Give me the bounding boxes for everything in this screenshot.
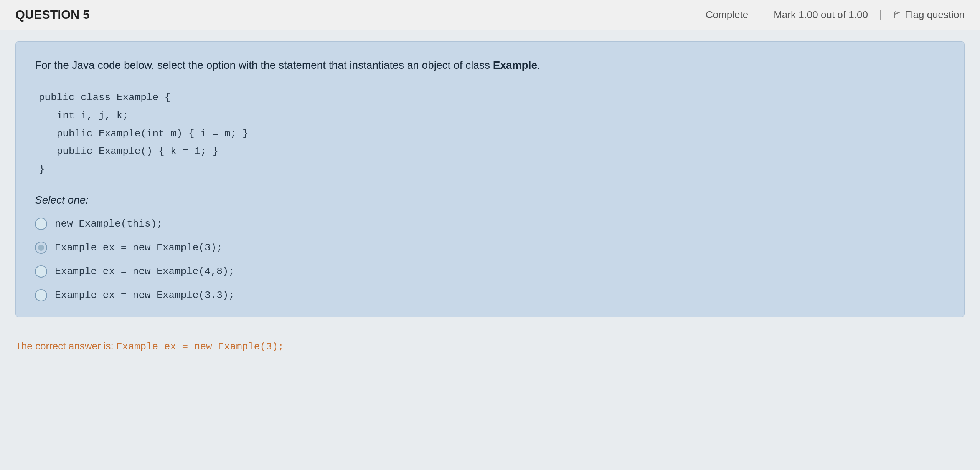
status-complete: Complete [706,9,748,21]
question-body: For the Java code below, select the opti… [15,41,965,317]
option-item-4[interactable]: Example ex = new Example(3.3); [35,289,945,301]
correct-answer-section: The correct answer is: Example ex = new … [15,336,965,356]
option-item-1[interactable]: new Example(this); [35,218,945,230]
question-text-bold: Example [493,59,537,71]
code-line-2: int i, j, k; [39,107,941,125]
radio-option-1[interactable] [35,218,47,230]
flag-label: Flag question [905,9,965,21]
code-block: public class Example { int i, j, k; publ… [35,89,945,179]
code-line-5: } [39,161,941,179]
options-list: new Example(this); Example ex = new Exam… [35,218,945,301]
option-item-2[interactable]: Example ex = new Example(3); [35,242,945,254]
question-text: For the Java code below, select the opti… [35,57,945,73]
code-line-1: public class Example { [39,89,941,107]
page-container: QUESTION 5 Complete Mark 1.00 out of 1.0… [0,0,980,470]
option-text-3: Example ex = new Example(4,8); [55,266,234,277]
divider [761,10,761,20]
question-header: QUESTION 5 Complete Mark 1.00 out of 1.0… [0,0,980,30]
question-text-before: For the Java code below, select the opti… [35,59,493,71]
option-item-3[interactable]: Example ex = new Example(4,8); [35,265,945,278]
radio-option-2[interactable] [35,242,47,254]
code-line-4: public Example() { k = 1; } [39,142,941,161]
option-text-4: Example ex = new Example(3.3); [55,290,234,301]
flag-icon [893,11,902,19]
select-label: Select one: [35,194,945,206]
radio-inner-2 [38,245,44,251]
option-text-2: Example ex = new Example(3); [55,242,223,253]
correct-answer-text: The correct answer is: Example ex = new … [15,340,284,352]
radio-option-4[interactable] [35,289,47,301]
correct-answer-code: Example ex = new Example(3); [116,341,284,352]
question-text-after: . [537,59,540,71]
option-text-1: new Example(this); [55,218,163,230]
divider2 [880,10,881,20]
correct-answer-label: The correct answer is: [15,340,116,352]
question-title: QUESTION 5 [15,8,90,22]
mark-info: Mark 1.00 out of 1.00 [774,9,868,21]
flag-question-button[interactable]: Flag question [893,9,965,21]
radio-option-3[interactable] [35,265,47,278]
header-right: Complete Mark 1.00 out of 1.00 Flag ques… [706,9,965,21]
code-line-3: public Example(int m) { i = m; } [39,125,941,143]
